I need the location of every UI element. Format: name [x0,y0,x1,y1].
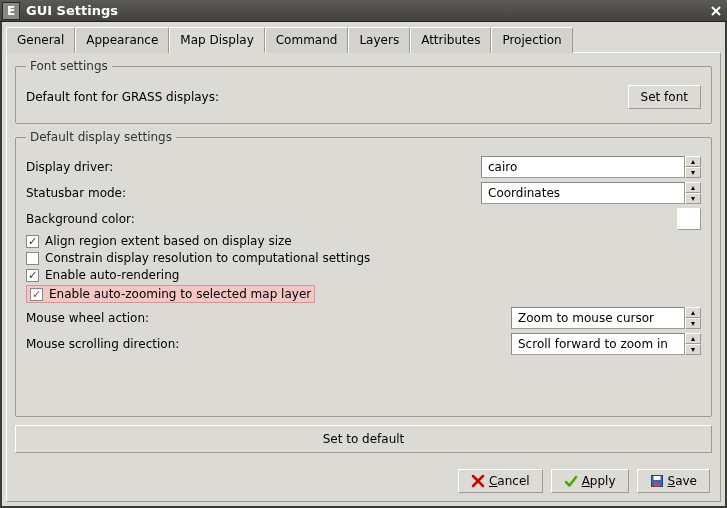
cancel-icon [471,474,485,488]
statusbar-mode-label: Statusbar mode: [26,186,481,200]
constrain-resolution-label: Constrain display resolution to computat… [45,251,370,265]
align-region-label: Align region extent based on display siz… [45,234,292,248]
mouse-wheel-label: Mouse wheel action: [26,311,511,325]
svg-rect-6 [654,483,660,487]
bg-color-label: Background color: [26,212,677,226]
app-icon: E [2,2,20,20]
mouse-scroll-label: Mouse scrolling direction: [26,337,511,351]
close-icon [711,6,721,16]
font-settings-legend: Font settings [26,59,112,73]
tab-layers[interactable]: Layers [348,27,410,53]
tab-general[interactable]: General [6,27,75,53]
chevron-down-icon[interactable]: ▾ [685,167,701,178]
save-button[interactable]: Save [637,469,710,493]
mouse-wheel-select[interactable]: Zoom to mouse cursor ▴ ▾ [511,307,701,329]
auto-zoom-row[interactable]: Enable auto-zooming to selected map laye… [26,285,701,303]
spinner[interactable]: ▴ ▾ [685,333,701,355]
set-default-row: Set to default [15,425,712,453]
set-font-button[interactable]: Set font [628,85,701,109]
chevron-up-icon[interactable]: ▴ [685,333,701,344]
display-driver-select[interactable]: cairo ▴ ▾ [481,156,701,178]
chevron-up-icon[interactable]: ▴ [685,307,701,318]
tab-command[interactable]: Command [265,27,349,53]
auto-zoom-checkbox[interactable] [30,288,43,301]
check-icon [564,474,578,488]
statusbar-mode-value: Coordinates [481,182,685,204]
chevron-up-icon[interactable]: ▴ [685,156,701,167]
auto-rendering-row[interactable]: Enable auto-rendering [26,268,701,282]
svg-rect-5 [653,476,660,480]
statusbar-mode-select[interactable]: Coordinates ▴ ▾ [481,182,701,204]
chevron-down-icon[interactable]: ▾ [685,193,701,204]
bg-color-button[interactable] [677,208,701,230]
tab-map-display[interactable]: Map Display [169,27,264,53]
tab-panel: Font settings Default font for GRASS dis… [6,52,721,502]
tab-attributes[interactable]: Attributes [410,27,491,53]
default-font-label: Default font for GRASS displays: [26,90,628,104]
chevron-down-icon[interactable]: ▾ [685,318,701,329]
save-icon [650,474,664,488]
apply-button[interactable]: Apply [551,469,629,493]
close-button[interactable] [707,2,725,20]
chevron-up-icon[interactable]: ▴ [685,182,701,193]
window-body: General Appearance Map Display Command L… [0,22,727,508]
mouse-scroll-select[interactable]: Scroll forward to zoom in ▴ ▾ [511,333,701,355]
set-default-button[interactable]: Set to default [15,425,712,453]
align-region-checkbox[interactable] [26,235,39,248]
tab-appearance[interactable]: Appearance [75,27,169,53]
font-settings-group: Font settings Default font for GRASS dis… [15,59,712,124]
constrain-resolution-row[interactable]: Constrain display resolution to computat… [26,251,701,265]
cancel-button[interactable]: Cancel [458,469,543,493]
display-settings-legend: Default display settings [26,130,176,144]
auto-zoom-label: Enable auto-zooming to selected map laye… [49,287,311,301]
constrain-resolution-checkbox[interactable] [26,252,39,265]
auto-rendering-checkbox[interactable] [26,269,39,282]
tab-projection[interactable]: Projection [491,27,572,53]
mouse-scroll-value: Scroll forward to zoom in [511,333,685,355]
window-title: GUI Settings [26,3,707,18]
titlebar: E GUI Settings [0,0,727,22]
display-driver-value: cairo [481,156,685,178]
spinner[interactable]: ▴ ▾ [685,156,701,178]
spinner[interactable]: ▴ ▾ [685,307,701,329]
chevron-down-icon[interactable]: ▾ [685,344,701,355]
display-driver-label: Display driver: [26,160,481,174]
tab-bar: General Appearance Map Display Command L… [6,26,721,52]
display-settings-group: Default display settings Display driver:… [15,130,712,417]
dialog-buttons: Cancel Apply Save [15,469,712,493]
auto-rendering-label: Enable auto-rendering [45,268,179,282]
mouse-wheel-value: Zoom to mouse cursor [511,307,685,329]
align-region-row[interactable]: Align region extent based on display siz… [26,234,701,248]
spinner[interactable]: ▴ ▾ [685,182,701,204]
